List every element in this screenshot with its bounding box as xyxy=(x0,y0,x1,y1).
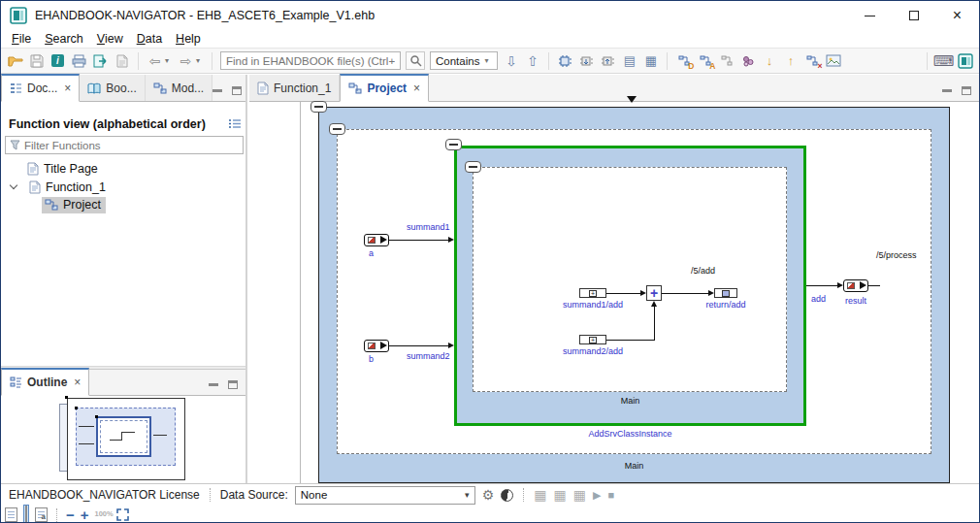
tab-document-view[interactable]: Doc... × xyxy=(1,74,80,102)
contains-dropdown[interactable]: Contains ▾ xyxy=(430,51,498,70)
hide-decorations-icon[interactable] xyxy=(718,53,735,69)
print-icon[interactable] xyxy=(71,53,87,69)
collapse-instance-icon[interactable] xyxy=(600,53,616,69)
tab-project[interactable]: Project × xyxy=(340,74,429,102)
close-icon[interactable]: × xyxy=(64,82,71,95)
input-port-b[interactable] xyxy=(364,340,389,352)
import-data-icon[interactable]: ↓ xyxy=(761,53,777,69)
back-icon[interactable]: ⇦ xyxy=(147,53,163,69)
visibility-icon[interactable] xyxy=(501,489,513,502)
block-main-content[interactable]: summand1 a summand2 b xyxy=(337,129,931,454)
save-icon[interactable] xyxy=(28,53,45,69)
next-match-icon[interactable]: ⇩ xyxy=(503,53,519,69)
input-port-a[interactable] xyxy=(364,234,389,246)
zoom-out-button[interactable]: − xyxy=(66,507,75,522)
collapse-button[interactable] xyxy=(310,101,327,113)
open-file-icon[interactable] xyxy=(7,53,23,69)
pdf-export-icon[interactable] xyxy=(114,53,130,69)
collapse-button[interactable] xyxy=(465,161,481,173)
outline-thumbnail[interactable] xyxy=(1,396,245,483)
block-add-srv-class-instance[interactable]: Main + summand1/add + xyxy=(454,146,806,426)
add-operator-block[interactable]: + xyxy=(646,285,662,301)
minimize-panel-icon[interactable] xyxy=(212,89,222,92)
stop-icon[interactable]: ■ xyxy=(608,489,615,501)
status-bar: EHANDBOOK_NAVIGATOR License Data Source:… xyxy=(1,483,979,523)
maximize-panel-icon[interactable] xyxy=(232,86,242,95)
menu-help[interactable]: Help xyxy=(169,31,208,47)
tree-item-title-page[interactable]: Title Page xyxy=(1,159,245,178)
search-icon[interactable] xyxy=(406,51,425,70)
data-source-dropdown[interactable]: None ▾ xyxy=(295,486,475,505)
minimize-button[interactable] xyxy=(848,1,892,30)
single-page-view-icon[interactable] xyxy=(5,507,17,522)
zoom-in-button[interactable]: + xyxy=(81,507,89,522)
back-history-dropdown-icon[interactable]: ▾ xyxy=(165,56,173,65)
close-button[interactable]: × xyxy=(935,1,979,30)
fit-to-screen-icon[interactable] xyxy=(116,508,129,521)
block-main-outer[interactable]: Main summand1 a xyxy=(318,107,950,483)
text-page-view-icon[interactable]: a xyxy=(35,507,48,522)
start-icon[interactable]: ▶ xyxy=(593,489,601,502)
diagram-canvas[interactable]: Main summand1 a xyxy=(249,102,979,483)
settings-gear-icon[interactable]: ⚙ xyxy=(482,487,495,503)
data-window-icon[interactable]: ▦ xyxy=(573,487,586,503)
calibration-window-icon[interactable]: ▦ xyxy=(554,487,567,503)
data-source-label: Data Source: xyxy=(220,488,288,502)
forward-history-dropdown-icon[interactable]: ▾ xyxy=(196,56,204,65)
panel-buttons xyxy=(212,86,249,101)
menu-view[interactable]: View xyxy=(90,31,130,47)
continuous-page-view-icon[interactable] xyxy=(23,505,29,523)
forward-icon[interactable]: ⇨ xyxy=(178,53,194,69)
app-window-icon[interactable] xyxy=(957,53,973,69)
menu-data[interactable]: Data xyxy=(130,31,169,47)
info-icon[interactable]: i xyxy=(49,53,66,69)
keyboard-shortcuts-icon[interactable]: ⌨ xyxy=(935,53,952,69)
maximize-panel-icon[interactable] xyxy=(228,380,238,389)
collapse-button[interactable] xyxy=(329,123,345,135)
expand-instance-icon[interactable] xyxy=(578,53,595,69)
tree-item-project[interactable]: Project xyxy=(1,196,245,214)
close-icon[interactable]: × xyxy=(74,376,81,389)
port-summand2-add[interactable]: + xyxy=(579,335,606,344)
presentation-icon[interactable] xyxy=(825,53,841,69)
table-view-icon[interactable]: ▦ xyxy=(642,53,659,69)
chevron-down-icon: ▾ xyxy=(460,490,474,500)
view-menu-icon[interactable] xyxy=(228,118,242,129)
clear-data-icon[interactable]: × xyxy=(803,53,820,69)
show-annotations-icon[interactable]: A xyxy=(697,53,713,69)
previous-match-icon[interactable]: ⇧ xyxy=(524,53,540,69)
export-icon[interactable] xyxy=(92,53,109,69)
maximize-button[interactable] xyxy=(892,1,935,30)
license-status: EHANDBOOK_NAVIGATOR License xyxy=(9,488,200,502)
compare-icon[interactable] xyxy=(739,53,756,69)
trace-signals-icon[interactable] xyxy=(557,53,573,69)
tab-function-1[interactable]: Function_1 xyxy=(249,75,340,101)
measure-window-icon[interactable]: ▦ xyxy=(534,487,546,503)
export-data-icon[interactable]: ↑ xyxy=(782,53,799,69)
tree-item-function-1[interactable]: Function_1 xyxy=(1,178,245,196)
collapse-button[interactable] xyxy=(445,139,462,150)
toolbar-separator xyxy=(927,52,928,70)
minimize-panel-icon[interactable] xyxy=(209,383,218,386)
tab-bookmarks[interactable]: Boo... xyxy=(80,75,145,101)
process-path-label: /5/process xyxy=(876,250,917,260)
port-return-add[interactable] xyxy=(714,288,737,298)
menu-search[interactable]: Search xyxy=(38,31,90,47)
port-summand1-add[interactable]: + xyxy=(579,288,606,298)
menu-file[interactable]: File xyxy=(5,31,38,47)
maximize-panel-icon[interactable] xyxy=(962,86,971,95)
zoom-reset-button[interactable]: 100% xyxy=(95,510,111,518)
selected-tree-item[interactable]: Project xyxy=(42,197,106,213)
block-add-content[interactable]: + summand1/add + summand2/add + xyxy=(473,167,787,392)
filter-functions-input[interactable] xyxy=(24,140,218,151)
tab-outline[interactable]: Outline × xyxy=(1,368,89,396)
show-data-icon[interactable]: D xyxy=(675,53,692,69)
chevron-expanded-icon[interactable] xyxy=(10,181,17,189)
close-icon[interactable]: × xyxy=(413,82,420,95)
tab-models[interactable]: Mod... xyxy=(146,75,212,101)
output-port-result[interactable] xyxy=(843,279,868,292)
find-input[interactable] xyxy=(220,51,401,70)
minimize-panel-icon[interactable] xyxy=(942,89,952,92)
tab-label: Doc... xyxy=(27,82,57,95)
list-view-icon[interactable]: ▤ xyxy=(621,53,637,69)
